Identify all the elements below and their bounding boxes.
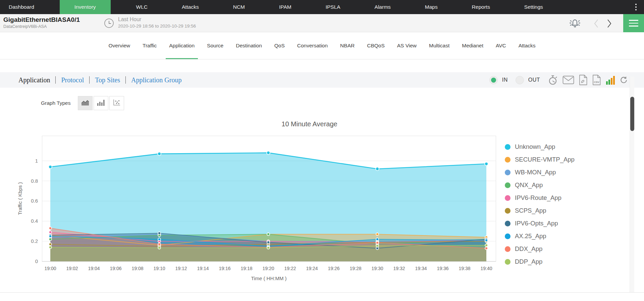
radio-out[interactable] [516, 76, 524, 84]
out-label: OUT [528, 77, 540, 83]
tab-overview[interactable]: Overview [108, 32, 130, 59]
data-point-unknown-app[interactable] [376, 167, 379, 171]
data-point-ddx-app[interactable] [158, 243, 161, 246]
data-point-unknown-app[interactable] [49, 165, 52, 169]
legend-item-scps-app[interactable]: SCPS_App [505, 204, 575, 217]
data-point-ipv6-route-app[interactable] [49, 231, 52, 233]
data-point-ax-25-app[interactable] [485, 239, 488, 242]
tab-conversation[interactable]: Conversation [297, 32, 328, 59]
data-point-ax-25-app[interactable] [158, 238, 161, 241]
subtab-application[interactable]: Application [18, 76, 50, 84]
tab-as-view[interactable]: AS View [397, 32, 417, 59]
svg-text:1: 1 [35, 158, 38, 164]
svg-text:19:28: 19:28 [350, 266, 361, 271]
tab-destination[interactable]: Destination [236, 32, 262, 59]
legend-item-wb-mon-app[interactable]: WB-MON_App [505, 166, 575, 179]
legend-label: IPV6-Route_App [515, 194, 561, 202]
data-point-ddp-app[interactable] [485, 244, 488, 247]
data-point-ddx-app[interactable] [49, 227, 52, 229]
svg-text:19:40: 19:40 [480, 266, 492, 271]
data-point-ipv6-opts-app[interactable] [158, 232, 161, 234]
svg-text:19:26: 19:26 [328, 266, 339, 271]
tab-source[interactable]: Source [207, 32, 223, 59]
pdf-export-icon[interactable] [579, 75, 588, 85]
nav-item-alarms[interactable]: Alarms [366, 0, 399, 14]
data-point-ax-25-app[interactable] [49, 235, 52, 238]
page-scrollbar[interactable] [630, 77, 634, 292]
legend-item-ax-25-app[interactable]: AX.25_App [505, 230, 575, 243]
email-icon[interactable] [562, 76, 574, 84]
data-point-scps-app[interactable] [49, 243, 52, 246]
nav-item-maps[interactable]: Maps [416, 0, 446, 14]
kebab-menu-icon[interactable] [633, 0, 639, 14]
nav-item-settings[interactable]: Settings [516, 0, 552, 14]
data-point-ddp-app[interactable] [158, 247, 161, 249]
svg-text:19:02: 19:02 [66, 266, 78, 271]
data-point-unknown-app[interactable] [267, 151, 270, 155]
data-point-ddp-app[interactable] [267, 247, 270, 249]
data-point-secure-vmtp-app[interactable] [376, 233, 379, 235]
legend-label: DDX_App [515, 245, 542, 253]
nav-item-reports[interactable]: Reports [463, 0, 499, 14]
legend-item-ipv6-opts-app[interactable]: IPV6-Opts_App [505, 217, 575, 230]
graph-type-scatter-button[interactable] [109, 96, 124, 110]
tab-cbqos[interactable]: CBQoS [367, 32, 385, 59]
refresh-icon[interactable] [620, 76, 628, 84]
data-point-qnx-app[interactable] [49, 238, 52, 241]
nav-item-attacks[interactable]: Attacks [173, 0, 208, 14]
legend-item-qnx-app[interactable]: QNX_App [505, 179, 575, 191]
nav-item-dashboard[interactable]: Dashboard [0, 0, 43, 14]
nav-item-wlc[interactable]: WLC [127, 0, 156, 14]
nav-item-ipsla[interactable]: IPSLA [317, 0, 349, 14]
data-point-ddx-app[interactable] [485, 247, 488, 250]
tab-application[interactable]: Application [169, 32, 195, 59]
subtab-application-group[interactable]: Application Group [131, 76, 182, 84]
data-point-unknown-app[interactable] [158, 152, 161, 156]
schedule-icon[interactable] [548, 75, 558, 85]
data-point-ddp-app[interactable] [49, 246, 52, 249]
graph-type-area-button[interactable] [78, 96, 93, 110]
svg-text:19:38: 19:38 [459, 266, 470, 271]
data-point-ddx-app[interactable] [376, 242, 379, 244]
legend-item-ddx-app[interactable]: DDX_App [505, 243, 575, 255]
hamburger-menu-button[interactable] [623, 14, 644, 32]
csv-export-icon[interactable]: CSV [592, 75, 601, 85]
data-point-ax-25-app[interactable] [376, 238, 379, 241]
tab-traffic[interactable]: Traffic [143, 32, 157, 59]
svg-text:CSV: CSV [594, 81, 600, 84]
nav-item-ipam[interactable]: IPAM [270, 0, 300, 14]
legend-item-secure-vmtp-app[interactable]: SECURE-VMTP_App [505, 153, 575, 166]
time-period-selector[interactable]: Last Hour 2020-10-29 18:56 to 2020-10-29… [118, 16, 196, 29]
graph-type-bar-button[interactable] [94, 96, 108, 110]
svg-text:19:36: 19:36 [437, 266, 448, 271]
subtab-protocol[interactable]: Protocol [61, 76, 84, 84]
alarm-bell-icon[interactable] [569, 18, 581, 30]
svg-text:Traffic ( Kbps ): Traffic ( Kbps ) [17, 182, 23, 215]
scrollbar-thumb[interactable] [630, 97, 634, 131]
tab-attacks[interactable]: Attacks [519, 32, 536, 59]
nav-item-inventory[interactable]: Inventory [60, 0, 111, 14]
tab-multicast[interactable]: Multicast [429, 32, 449, 59]
legend-item-ipv6-route-app[interactable]: IPV6-Route_App [505, 191, 575, 204]
graph-types-label: Graph Types [41, 100, 70, 106]
radio-in[interactable] [489, 76, 498, 84]
nav-items: DashboardInventoryWLCAttacksNCMIPAMIPSLA… [0, 0, 552, 14]
tab-medianet[interactable]: Medianet [462, 32, 483, 59]
legend-item-ddp-app[interactable]: DDP_App [505, 255, 575, 268]
legend-item-unknown-app[interactable]: Unknown_App [505, 140, 575, 153]
chevron-right-icon[interactable] [606, 18, 612, 30]
clock-icon[interactable] [104, 18, 114, 30]
traffic-area-chart[interactable]: 00.20.40.60.81Traffic ( Kbps )19:0019:02… [13, 134, 503, 282]
data-point-unknown-app[interactable] [485, 162, 488, 166]
tab-qos[interactable]: QoS [274, 32, 285, 59]
nav-item-ncm[interactable]: NCM [224, 0, 254, 14]
subtab-top-sites[interactable]: Top Sites [95, 76, 120, 84]
data-point-ddp-app[interactable] [376, 245, 379, 247]
tab-avc[interactable]: AVC [496, 32, 506, 59]
data-point-qnx-app[interactable] [267, 233, 270, 235]
chevron-left-icon[interactable] [593, 18, 600, 30]
column-chart-icon[interactable] [605, 75, 615, 85]
tab-nbar[interactable]: NBAR [340, 32, 355, 59]
legend-label: QNX_App [515, 181, 543, 189]
data-point-ipv6-opts-app[interactable] [267, 241, 270, 244]
